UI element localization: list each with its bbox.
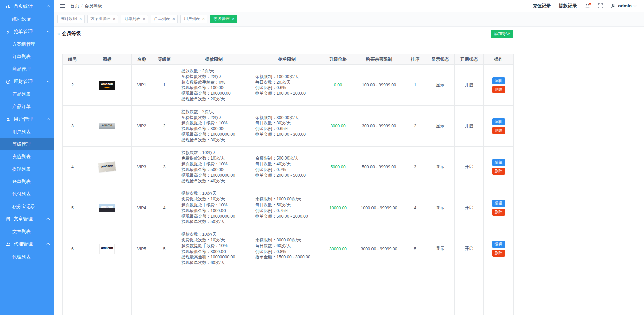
edit-button[interactable]: 编辑 — [492, 118, 505, 125]
delete-button[interactable]: 删除 — [492, 127, 505, 134]
sidebar-item[interactable]: 文章列表 — [0, 225, 54, 238]
cell-withdraw-limits: 提款次数：10次/天免费提款次数：10次/天超次数提款手续费：10%提现最低金额… — [177, 228, 251, 269]
cell-upgrade-price: 5000.00 — [323, 146, 353, 187]
open-tabs-bar: 统计数据 × 方案组管理 × 订单列表 × 产品列表 × 用户列表 × 等级管理… — [54, 12, 644, 27]
cell-icon: amazon — [83, 105, 132, 146]
table-header-row: 编号图标名称等级值提款限制抢单限制升级价格购买余额限制排序显示状态开启状态操作 — [63, 54, 514, 65]
fullscreen-icon[interactable] — [598, 3, 603, 8]
open-tab[interactable]: 等级管理 × — [210, 15, 237, 23]
column-header: 编号 — [63, 54, 83, 65]
sidebar-item[interactable]: 商品管理 — [0, 63, 54, 75]
table-row: 2 amazon VIP1 1 提款次数：2次/天免费提款次数：2次/天超次数提… — [63, 65, 514, 106]
amazon-smile-arc — [104, 168, 110, 170]
limit-line: 免费提款次数：10次/天 — [181, 196, 249, 202]
open-tab[interactable]: 方案组管理 × — [87, 15, 118, 23]
cell-actions: 编辑 删除 — [484, 105, 514, 146]
sidebar-item[interactable]: 产品列表 — [0, 88, 54, 100]
sidebar-section-label: 文章管理 — [14, 216, 47, 222]
sidebar-item[interactable]: 提现列表 — [0, 163, 54, 175]
column-header: 等级值 — [152, 54, 177, 65]
bell-icon[interactable] — [585, 3, 590, 9]
cell-icon: amazon — [83, 65, 132, 106]
sidebar-section-header[interactable]: 用户管理 — [0, 113, 54, 126]
edit-button[interactable]: 编辑 — [492, 241, 505, 248]
withdraw-records-link[interactable]: 提款记录 — [559, 3, 577, 9]
sidebar-section-items: 代理列表 — [0, 251, 54, 263]
add-level-button[interactable]: 添加等级 — [491, 30, 513, 38]
delete-button[interactable]: 删除 — [492, 209, 505, 216]
page-title: 会员等级 — [62, 31, 81, 37]
user-icon — [6, 117, 11, 122]
sidebar-item[interactable]: 充值列表 — [0, 150, 54, 163]
tab-close-icon[interactable]: × — [202, 17, 205, 21]
tab-close-icon[interactable]: × — [143, 17, 145, 21]
sidebar-item[interactable]: 代付列表 — [0, 188, 54, 200]
tab-close-icon[interactable]: × — [232, 17, 235, 21]
cell-order-limits: 余额限制：100.00次/天每日次数：20次/天佣金比例：0.6%抢单金额：10… — [251, 65, 323, 106]
open-tab[interactable]: 用户列表 × — [180, 15, 207, 23]
user-menu[interactable]: admin — [611, 3, 636, 8]
cell-withdraw-limits: 提款次数：2次/天免费提款次数：2次/天超次数提款手续费：10%提现最低金额：3… — [177, 105, 251, 146]
cell-actions: 编辑 删除 — [484, 146, 514, 187]
limit-line: 抢单金额：200.00 - 500.00 — [255, 173, 320, 178]
tab-close-icon[interactable]: × — [79, 17, 82, 21]
chevron-up-icon — [47, 5, 50, 9]
cell-upgrade-price: 10000.00 — [323, 187, 353, 228]
amazon-logo-image: amazon — [99, 244, 115, 254]
edit-button[interactable]: 编辑 — [492, 200, 505, 207]
limit-line: 提现最高金额：10000000.00 — [181, 173, 249, 178]
chevron-up-icon — [47, 218, 50, 221]
cell-sort: 1 — [405, 65, 426, 106]
edit-button[interactable]: 编辑 — [492, 159, 505, 166]
limit-line: 抢单金额：500.00 - 1000.00 — [255, 214, 320, 219]
delete-button[interactable]: 删除 — [492, 250, 505, 257]
column-header: 显示状态 — [426, 54, 455, 65]
sidebar-item[interactable]: 用户列表 — [0, 126, 54, 138]
breadcrumb: 首页/会员等级 — [70, 3, 102, 9]
delete-button[interactable]: 删除 — [492, 86, 505, 93]
sidebar-section: 文章管理 文章列表 — [0, 213, 54, 238]
sidebar-item[interactable]: 统计数据 — [0, 13, 54, 25]
open-tab[interactable]: 订单列表 × — [121, 15, 148, 23]
limit-line: 免费提款次数：10次/天 — [181, 237, 249, 243]
topbar: 首页/会员等级 充值记录 提款记录 admin — [54, 0, 644, 12]
cell-sort: 3 — [405, 146, 426, 187]
tab-label: 订单列表 — [124, 16, 140, 22]
menu-toggle-icon[interactable] — [60, 3, 65, 9]
amazon-logo-image: amazon — [99, 204, 115, 212]
cell-sort: 4 — [405, 187, 426, 228]
sidebar-item[interactable]: 等级管理 — [0, 138, 54, 150]
sidebar-item[interactable]: 代理列表 — [0, 251, 54, 263]
limit-line: 抢单金额：1500.00 - 3000.00 — [255, 254, 320, 260]
amazon-smile-arc — [104, 209, 110, 210]
sidebar-item[interactable]: 账单列表 — [0, 175, 54, 188]
recharge-records-link[interactable]: 充值记录 — [533, 3, 551, 9]
sidebar-section-header[interactable]: ¥ 理财管理 — [0, 75, 54, 88]
delete-button[interactable]: 删除 — [492, 168, 505, 175]
open-tab[interactable]: 产品列表 × — [151, 15, 178, 23]
cell-upgrade-price: 3000.00 — [323, 105, 353, 146]
edit-button[interactable]: 编辑 — [492, 77, 505, 84]
chevron-down-icon — [634, 4, 636, 7]
limit-line: 每日次数：30次/天 — [255, 120, 320, 126]
tab-close-icon[interactable]: × — [113, 17, 116, 21]
amazon-logo-image: amazon — [98, 162, 116, 172]
sidebar-item[interactable]: 产品订单 — [0, 100, 54, 113]
sidebar-section-header[interactable]: 首页统计 — [0, 0, 54, 13]
sidebar-section-label: 用户管理 — [14, 116, 47, 122]
sidebar-item[interactable]: 积分宝记录 — [0, 200, 54, 213]
sidebar-section-header[interactable]: 抢单管理 — [0, 25, 54, 38]
limit-line: 提现最低金额：1000.00 — [181, 208, 249, 214]
cell-icon: amazon — [83, 228, 132, 269]
cell-id: 2 — [63, 65, 83, 106]
sidebar-item[interactable]: 订单列表 — [0, 50, 54, 63]
open-tab[interactable]: 统计数据 × — [57, 15, 85, 23]
sidebar-item[interactable]: 方案组管理 — [0, 38, 54, 50]
breadcrumb-home[interactable]: 首页 — [70, 3, 79, 8]
chevron-up-icon — [47, 118, 50, 122]
sidebar-section-items: 文章列表 — [0, 225, 54, 238]
tab-close-icon[interactable]: × — [172, 17, 175, 21]
limit-line: 免费提款次数：2次/天 — [181, 74, 249, 80]
sidebar-section-header[interactable]: 文章管理 — [0, 213, 54, 225]
sidebar-section-header[interactable]: 代理管理 — [0, 238, 54, 251]
